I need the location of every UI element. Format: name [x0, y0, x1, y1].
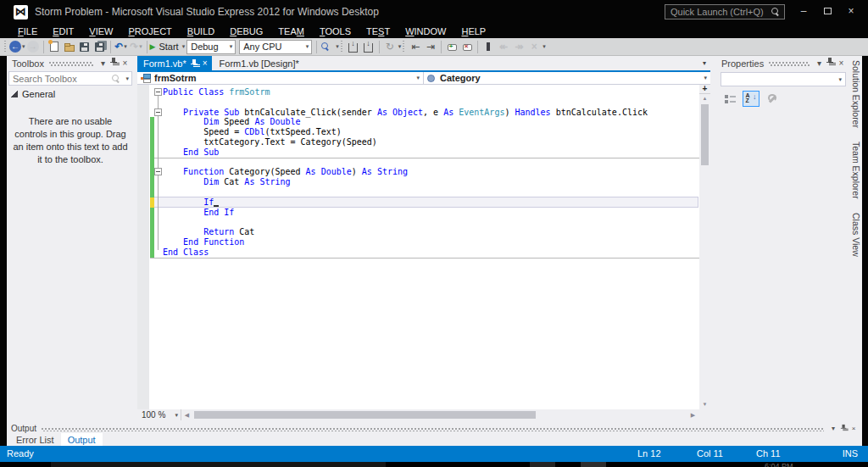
scroll-left-icon[interactable]: ◀ — [181, 412, 192, 419]
collect-1-button[interactable]: ↓ — [346, 39, 361, 54]
navigate-backward-button[interactable]: ←▾ — [9, 39, 25, 54]
right-autohide-tabs: Solution ExplorerTeam ExplorerClass View — [850, 56, 862, 424]
toolbox-menu-icon[interactable]: ▾ — [97, 57, 108, 69]
clear-bookmarks-button[interactable]: × — [526, 39, 542, 54]
next-bookmark-button[interactable]: ↠ — [511, 39, 526, 54]
vertical-scroll-thumb[interactable] — [701, 104, 709, 165]
save-all-button[interactable] — [92, 39, 108, 54]
output-menu-icon[interactable]: ▾ — [828, 424, 838, 433]
redo-button[interactable]: ↷▾ — [129, 39, 144, 54]
restore-button[interactable] — [815, 3, 839, 19]
class-dropdown[interactable]: frmSotrm ▾ — [137, 72, 424, 84]
menu-team[interactable]: TEAM — [270, 26, 312, 36]
vs-window: ⋈ Storm Problem - Microsoft Visual Studi… — [0, 0, 868, 467]
tab-pin-icon[interactable] — [191, 58, 198, 68]
autohide-tab-team-explorer[interactable]: Team Explorer — [851, 142, 861, 199]
toolbox-title-bar[interactable]: Toolbox ▾ × — [7, 56, 134, 70]
menu-test[interactable]: TEST — [359, 26, 398, 36]
toolbar-grip[interactable] — [403, 41, 406, 53]
editor-zoom-select[interactable]: 100 % ▾ — [137, 409, 181, 420]
close-button[interactable]: × — [839, 3, 863, 19]
output-close-icon[interactable]: × — [849, 424, 859, 433]
autohide-tab-solution-explorer[interactable]: Solution Explorer — [851, 60, 861, 128]
toolbox-search-input[interactable]: Search Toolbox ▾ — [8, 71, 132, 86]
previous-bookmark-button[interactable]: ↞ — [496, 39, 511, 54]
vertical-scrollbar[interactable]: + ▲ ▼ — [699, 85, 710, 409]
tab-close-icon[interactable]: × — [203, 58, 208, 68]
properties-title-bar[interactable]: Properties ▾ × — [716, 56, 850, 70]
output-tab-strip: Error List Output — [7, 433, 862, 446]
properties-close-icon[interactable]: × — [836, 57, 847, 69]
status-insert-mode[interactable]: INS — [843, 448, 858, 459]
comment-button[interactable]: + — [444, 39, 459, 54]
menu-tools[interactable]: TOOLS — [312, 26, 359, 36]
scroll-right-icon[interactable]: ▶ — [687, 412, 698, 419]
toolbox-title: Toolbox — [12, 58, 44, 69]
properties-menu-icon[interactable]: ▾ — [814, 57, 825, 69]
menu-build[interactable]: BUILD — [180, 26, 222, 36]
toolbox-close-icon[interactable]: × — [120, 57, 131, 69]
refresh-button[interactable]: ↻ — [382, 39, 398, 54]
save-button[interactable] — [77, 39, 92, 54]
start-debug-button[interactable]: ▶Start▾ — [150, 39, 186, 54]
quick-launch-input[interactable]: Quick Launch (Ctrl+Q) — [665, 4, 785, 19]
toolbar-overflow-icon[interactable]: ▾ — [542, 43, 546, 50]
toolbar-overflow-icon[interactable]: ▾ — [398, 43, 402, 50]
menu-file[interactable]: FILE — [10, 26, 45, 36]
status-column[interactable]: Col 11 — [697, 448, 723, 459]
menu-help[interactable]: HELP — [453, 26, 493, 36]
scroll-down-icon[interactable]: ▼ — [703, 400, 708, 409]
uncomment-button[interactable]: × — [459, 39, 475, 54]
categorized-button[interactable] — [721, 91, 738, 107]
new-file-button[interactable] — [47, 39, 62, 54]
toolbar-grip[interactable] — [4, 41, 8, 53]
solution-configuration-select[interactable]: Debug▾ — [186, 40, 236, 54]
increase-indent-button[interactable]: ⇥ — [423, 39, 438, 54]
tab-output[interactable]: Output — [61, 433, 103, 446]
undo-button[interactable]: ↶▾ — [114, 39, 129, 54]
menu-edit[interactable]: EDIT — [45, 26, 81, 36]
property-pages-button[interactable] — [764, 91, 781, 107]
toolbar-overflow-icon[interactable]: ▾ — [336, 43, 339, 50]
editor-split-handle[interactable]: + — [699, 85, 710, 94]
menu-window[interactable]: WINDOW — [398, 26, 453, 36]
menu-debug[interactable]: DEBUG — [222, 26, 270, 36]
object-selector[interactable]: ▾ — [721, 72, 846, 86]
horizontal-scroll-thumb[interactable] — [194, 411, 536, 419]
toolbox-group-general[interactable]: General — [7, 87, 134, 101]
autohide-tab-class-view[interactable]: Class View — [851, 213, 861, 257]
menu-project[interactable]: PROJECT — [120, 26, 179, 36]
solution-platform-select[interactable]: Any CPU▾ — [239, 40, 312, 54]
toolbar-grip[interactable] — [341, 41, 344, 53]
find-in-files-button[interactable] — [320, 39, 335, 54]
tab-error-list[interactable]: Error List — [9, 433, 61, 446]
status-message: Ready — [7, 448, 34, 459]
decrease-indent-button[interactable]: ⇤ — [408, 39, 423, 54]
taskbar-segment — [51, 462, 386, 467]
navigate-forward-button[interactable]: → — [25, 39, 41, 54]
collapse-box-icon[interactable] — [154, 108, 162, 116]
collect-2-button[interactable]: ↓ — [361, 39, 376, 54]
status-character[interactable]: Ch 11 — [756, 448, 781, 459]
tab-form1-vb-design[interactable]: Form1.vb [Design]* — [212, 56, 307, 70]
document-well: Form1.vb* × Form1.vb [Design]* ▾ frmSotr… — [137, 56, 710, 424]
tab-form1-vb[interactable]: Form1.vb* × — [137, 56, 212, 70]
toolbox-pin-icon[interactable] — [108, 57, 120, 69]
open-file-button[interactable] — [62, 39, 77, 54]
member-dropdown[interactable]: Category ▾ — [424, 72, 710, 84]
document-list-icon[interactable]: ▾ — [698, 56, 710, 70]
scroll-up-icon[interactable]: ▲ — [703, 94, 708, 103]
output-pin-icon[interactable] — [838, 422, 849, 435]
status-line[interactable]: Ln 12 — [637, 448, 661, 459]
toggle-bookmark-button[interactable] — [481, 39, 496, 54]
menu-view[interactable]: VIEW — [81, 26, 120, 36]
output-title-bar[interactable]: Output ▾ × — [7, 424, 862, 433]
panel-splitter[interactable] — [710, 56, 716, 424]
properties-pin-icon[interactable] — [825, 57, 836, 69]
horizontal-scroll-track[interactable] — [192, 409, 687, 420]
minimize-button[interactable]: – — [792, 3, 815, 19]
alphabetical-button[interactable]: AZ↓ — [743, 91, 760, 107]
collapse-box-icon[interactable] — [154, 88, 162, 96]
code-editor[interactable]: Public Class frmSotrm Private Sub btnCal… — [137, 85, 699, 409]
collapse-box-icon[interactable] — [154, 168, 162, 175]
